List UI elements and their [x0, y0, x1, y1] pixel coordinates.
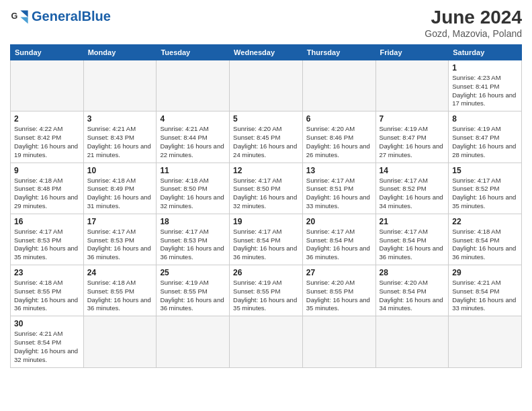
day-number: 28 — [380, 268, 445, 277]
day-number: 24 — [87, 268, 153, 277]
day-number: 19 — [233, 217, 299, 226]
day-info: Sunrise: 4:17 AM Sunset: 8:53 PM Dayligh… — [160, 228, 226, 262]
day-info: Sunrise: 4:17 AM Sunset: 8:54 PM Dayligh… — [233, 228, 299, 262]
calendar-cell: 26Sunrise: 4:19 AM Sunset: 8:55 PM Dayli… — [230, 265, 303, 316]
day-info: Sunrise: 4:19 AM Sunset: 8:55 PM Dayligh… — [233, 279, 299, 313]
calendar-cell: 10Sunrise: 4:18 AM Sunset: 8:49 PM Dayli… — [83, 163, 157, 214]
title-block: June 2024 Gozd, Mazovia, Poland — [425, 7, 522, 39]
calendar-cell: 27Sunrise: 4:20 AM Sunset: 8:55 PM Dayli… — [302, 265, 375, 316]
day-info: Sunrise: 4:17 AM Sunset: 8:53 PM Dayligh… — [87, 228, 153, 262]
calendar-cell: 29Sunrise: 4:21 AM Sunset: 8:54 PM Dayli… — [449, 265, 522, 316]
day-number: 20 — [306, 217, 372, 226]
month-year: June 2024 — [425, 7, 522, 28]
calendar-cell: 21Sunrise: 4:17 AM Sunset: 8:54 PM Dayli… — [375, 214, 449, 265]
day-info: Sunrise: 4:18 AM Sunset: 8:55 PM Dayligh… — [87, 279, 153, 313]
day-info: Sunrise: 4:19 AM Sunset: 8:47 PM Dayligh… — [380, 125, 445, 159]
calendar-cell: 24Sunrise: 4:18 AM Sunset: 8:55 PM Dayli… — [83, 265, 157, 316]
calendar-header-saturday: Saturday — [449, 45, 522, 60]
calendar-cell: 2Sunrise: 4:22 AM Sunset: 8:42 PM Daylig… — [11, 111, 84, 163]
calendar-cell — [230, 316, 303, 367]
page-header: G GeneralBlue June 2024 Gozd, Mazovia, P… — [10, 7, 522, 39]
day-number: 23 — [14, 268, 80, 277]
calendar-table: SundayMondayTuesdayWednesdayThursdayFrid… — [10, 44, 522, 368]
day-info: Sunrise: 4:18 AM Sunset: 8:50 PM Dayligh… — [160, 177, 226, 211]
day-number: 8 — [452, 114, 518, 124]
day-number: 1 — [452, 63, 518, 73]
day-number: 26 — [233, 268, 299, 277]
day-info: Sunrise: 4:23 AM Sunset: 8:41 PM Dayligh… — [452, 74, 518, 108]
calendar-header-friday: Friday — [375, 45, 449, 60]
calendar-header-tuesday: Tuesday — [157, 45, 230, 60]
day-number: 6 — [306, 114, 372, 124]
day-info: Sunrise: 4:17 AM Sunset: 8:54 PM Dayligh… — [380, 228, 445, 262]
calendar-cell: 30Sunrise: 4:21 AM Sunset: 8:54 PM Dayli… — [11, 316, 84, 367]
calendar-header-wednesday: Wednesday — [230, 45, 303, 60]
calendar-cell: 19Sunrise: 4:17 AM Sunset: 8:54 PM Dayli… — [230, 214, 303, 265]
day-info: Sunrise: 4:18 AM Sunset: 8:54 PM Dayligh… — [452, 228, 518, 262]
day-number: 12 — [233, 166, 299, 175]
day-info: Sunrise: 4:19 AM Sunset: 8:47 PM Dayligh… — [452, 125, 518, 159]
day-number: 16 — [14, 217, 80, 226]
calendar-cell — [375, 316, 449, 367]
day-info: Sunrise: 4:17 AM Sunset: 8:51 PM Dayligh… — [306, 177, 372, 211]
calendar-header-monday: Monday — [83, 45, 157, 60]
day-number: 14 — [380, 166, 445, 175]
calendar-cell — [83, 316, 157, 367]
day-info: Sunrise: 4:20 AM Sunset: 8:55 PM Dayligh… — [306, 279, 372, 313]
logo-blue-text: Blue — [81, 9, 110, 24]
day-number: 29 — [452, 268, 518, 277]
logo: G GeneralBlue — [10, 7, 111, 26]
day-number: 11 — [160, 166, 226, 175]
day-info: Sunrise: 4:19 AM Sunset: 8:55 PM Dayligh… — [160, 279, 226, 313]
calendar-cell — [375, 60, 449, 111]
day-number: 22 — [452, 217, 518, 226]
day-number: 30 — [14, 319, 80, 328]
calendar-cell: 9Sunrise: 4:18 AM Sunset: 8:48 PM Daylig… — [11, 163, 84, 214]
calendar-cell: 15Sunrise: 4:17 AM Sunset: 8:52 PM Dayli… — [449, 163, 522, 214]
calendar-cell — [302, 316, 375, 367]
calendar-cell: 11Sunrise: 4:18 AM Sunset: 8:50 PM Dayli… — [157, 163, 230, 214]
day-number: 4 — [160, 114, 226, 124]
day-number: 18 — [160, 217, 226, 226]
logo-general-text: GeneralBlue — [32, 9, 111, 24]
day-info: Sunrise: 4:17 AM Sunset: 8:52 PM Dayligh… — [452, 177, 518, 211]
calendar-week-row: 23Sunrise: 4:18 AM Sunset: 8:55 PM Dayli… — [11, 265, 522, 316]
day-info: Sunrise: 4:22 AM Sunset: 8:42 PM Dayligh… — [14, 125, 80, 159]
day-number: 13 — [306, 166, 372, 175]
day-number: 15 — [452, 166, 518, 175]
calendar-header-sunday: Sunday — [11, 45, 84, 60]
calendar-cell: 23Sunrise: 4:18 AM Sunset: 8:55 PM Dayli… — [11, 265, 84, 316]
calendar-cell: 8Sunrise: 4:19 AM Sunset: 8:47 PM Daylig… — [449, 111, 522, 163]
calendar-week-row: 9Sunrise: 4:18 AM Sunset: 8:48 PM Daylig… — [11, 163, 522, 214]
day-number: 21 — [380, 217, 445, 226]
calendar-cell — [11, 60, 84, 111]
day-number: 3 — [87, 114, 153, 124]
calendar-cell — [302, 60, 375, 111]
calendar-cell: 28Sunrise: 4:20 AM Sunset: 8:54 PM Dayli… — [375, 265, 449, 316]
day-info: Sunrise: 4:17 AM Sunset: 8:52 PM Dayligh… — [380, 177, 445, 211]
calendar-cell: 12Sunrise: 4:17 AM Sunset: 8:50 PM Dayli… — [230, 163, 303, 214]
day-number: 2 — [14, 114, 80, 124]
calendar-cell: 13Sunrise: 4:17 AM Sunset: 8:51 PM Dayli… — [302, 163, 375, 214]
calendar-cell: 14Sunrise: 4:17 AM Sunset: 8:52 PM Dayli… — [375, 163, 449, 214]
day-info: Sunrise: 4:21 AM Sunset: 8:54 PM Dayligh… — [14, 330, 80, 364]
day-info: Sunrise: 4:17 AM Sunset: 8:53 PM Dayligh… — [14, 228, 80, 262]
day-info: Sunrise: 4:18 AM Sunset: 8:49 PM Dayligh… — [87, 177, 153, 211]
day-info: Sunrise: 4:20 AM Sunset: 8:46 PM Dayligh… — [306, 125, 372, 159]
day-info: Sunrise: 4:21 AM Sunset: 8:44 PM Dayligh… — [160, 125, 226, 159]
calendar-cell: 17Sunrise: 4:17 AM Sunset: 8:53 PM Dayli… — [83, 214, 157, 265]
calendar-cell: 6Sunrise: 4:20 AM Sunset: 8:46 PM Daylig… — [302, 111, 375, 163]
day-info: Sunrise: 4:20 AM Sunset: 8:45 PM Dayligh… — [233, 125, 299, 159]
calendar-cell: 22Sunrise: 4:18 AM Sunset: 8:54 PM Dayli… — [449, 214, 522, 265]
location: Gozd, Mazovia, Poland — [425, 28, 522, 39]
calendar-cell — [449, 316, 522, 367]
svg-marker-1 — [20, 11, 28, 17]
day-number: 17 — [87, 217, 153, 226]
calendar-cell: 7Sunrise: 4:19 AM Sunset: 8:47 PM Daylig… — [375, 111, 449, 163]
svg-text:G: G — [11, 11, 17, 21]
calendar-header-thursday: Thursday — [302, 45, 375, 60]
calendar-cell: 16Sunrise: 4:17 AM Sunset: 8:53 PM Dayli… — [11, 214, 84, 265]
calendar-cell: 4Sunrise: 4:21 AM Sunset: 8:44 PM Daylig… — [157, 111, 230, 163]
logo-icon: G — [10, 7, 29, 26]
calendar-cell — [83, 60, 157, 111]
